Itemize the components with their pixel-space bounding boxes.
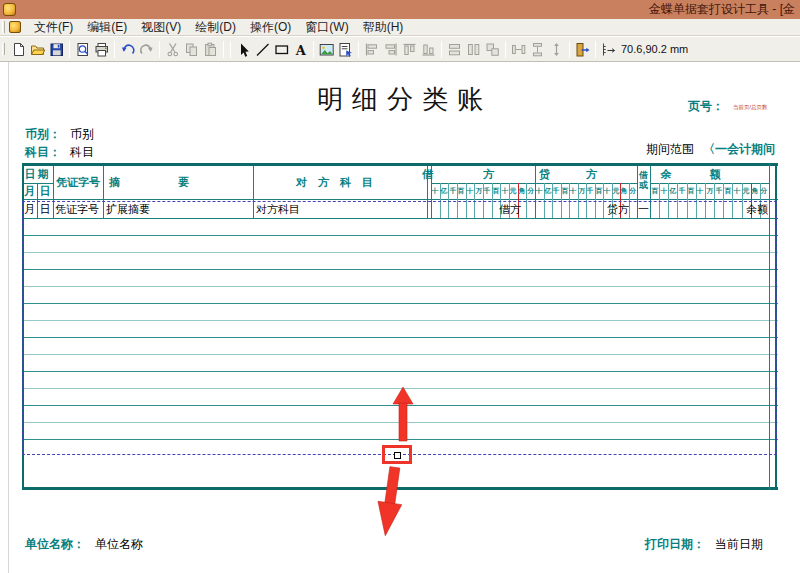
period-field[interactable]: 期间范围 〈一会计期间 bbox=[646, 141, 775, 158]
menu-item-help[interactable]: 帮助(H) bbox=[356, 18, 411, 37]
toolbar-open-button[interactable] bbox=[28, 39, 47, 59]
print-date-label: 打印日期： bbox=[645, 536, 705, 553]
digit-header-label: 万 bbox=[578, 186, 585, 196]
header-balance[interactable]: 余额 bbox=[650, 166, 769, 183]
digit-header-label: 千 bbox=[484, 186, 491, 196]
save-icon bbox=[49, 42, 64, 57]
header-credit[interactable]: 贷方 bbox=[535, 166, 637, 183]
header-voucher-no[interactable]: 凭证字号 bbox=[53, 166, 103, 199]
digit-header-balance-3: 千 bbox=[677, 183, 686, 199]
toolbar-equal-h-spacing-button bbox=[509, 39, 528, 59]
design-canvas[interactable]: 明细分类账 页号： 当前页/总页数 币别： 币别 科目： 科目 期间范围 〈一会… bbox=[0, 62, 800, 573]
digit-header-balance-0: 百 bbox=[650, 183, 659, 199]
digit-header-label: 十 bbox=[432, 186, 439, 196]
digit-header-label: 千 bbox=[553, 186, 560, 196]
header-date[interactable]: 日期 bbox=[22, 166, 53, 183]
toolbar-save-button[interactable] bbox=[47, 39, 66, 59]
toolbar-items: A70.6,90.2 mm bbox=[9, 39, 688, 59]
annotation-arrow-up bbox=[393, 387, 413, 441]
toolbar-coordinates-button[interactable] bbox=[599, 39, 618, 59]
print-date-field[interactable]: 打印日期： 当前日期 bbox=[645, 536, 763, 553]
digit-header-credit-6: 千 bbox=[586, 183, 595, 199]
print-date-value[interactable]: 当前日期 bbox=[715, 536, 763, 553]
toolbar-separator bbox=[441, 41, 442, 58]
page-number-formula: 当前页/总页数 bbox=[733, 103, 768, 111]
image-icon bbox=[319, 42, 334, 57]
toolbar-same-width-button bbox=[445, 39, 464, 59]
toolbar-separator bbox=[114, 41, 115, 58]
toolbar-undo-button[interactable] bbox=[118, 39, 137, 59]
unit-name-field[interactable]: 单位名称： 单位名称 bbox=[25, 536, 143, 553]
header-debit[interactable]: 借方 bbox=[431, 166, 535, 183]
toolbar-rectangle-button[interactable] bbox=[272, 39, 291, 59]
toolbar-paste-button bbox=[201, 39, 220, 59]
header-month[interactable]: 月 bbox=[22, 183, 37, 199]
menu-item-operate[interactable]: 操作(O) bbox=[243, 18, 298, 37]
toolbar-text-button[interactable]: A bbox=[291, 39, 310, 59]
page-number-field[interactable]: 页号： 当前页/总页数 bbox=[688, 98, 796, 115]
subject-field[interactable]: 科目： 科目 bbox=[25, 144, 94, 161]
toolbar-new-button[interactable] bbox=[9, 39, 28, 59]
app-window: 金蝶单据套打设计工具 - [金 文件(F)编辑(E)视图(V)绘制(D)操作(O… bbox=[0, 0, 800, 573]
period-value[interactable]: 〈一会计期间 bbox=[703, 141, 775, 158]
ledger-title[interactable]: 明细分类账 bbox=[0, 82, 800, 117]
menubar: 文件(F)编辑(E)视图(V)绘制(D)操作(O)窗口(W)帮助(H) bbox=[0, 19, 800, 36]
menu-item-file[interactable]: 文件(F) bbox=[27, 18, 80, 37]
digit-header-label: 分 bbox=[629, 186, 636, 196]
text-icon: A bbox=[293, 42, 308, 57]
annotation-arrow-down bbox=[373, 466, 406, 538]
menu-item-view[interactable]: 视图(V) bbox=[134, 18, 188, 37]
header-summary[interactable]: 摘要 bbox=[103, 166, 253, 199]
app-logo-icon bbox=[3, 3, 16, 16]
digit-header-credit-5: 万 bbox=[578, 183, 587, 199]
fit-size-icon bbox=[549, 42, 564, 57]
menu-item-window[interactable]: 窗口(W) bbox=[298, 18, 355, 37]
toolbar: A70.6,90.2 mm bbox=[0, 37, 800, 62]
menu-item-draw[interactable]: 绘制(D) bbox=[188, 18, 243, 37]
digit-header-label: 元 bbox=[612, 186, 619, 196]
toolbar-print-preview-button[interactable] bbox=[73, 39, 92, 59]
toolbar-separator bbox=[159, 41, 160, 58]
digit-header-debit-5: 万 bbox=[474, 183, 483, 199]
digit-header-label: 分 bbox=[761, 186, 768, 196]
unit-name-label: 单位名称： bbox=[25, 536, 85, 553]
menu-item-edit[interactable]: 编辑(E) bbox=[80, 18, 134, 37]
digit-header-label: 亿 bbox=[441, 186, 448, 196]
align-left-icon bbox=[364, 42, 379, 57]
digit-header-label: 角 bbox=[752, 186, 759, 196]
subject-value[interactable]: 科目 bbox=[70, 144, 94, 161]
digit-header-credit-2: 千 bbox=[552, 183, 561, 199]
digit-header-credit-8: 十 bbox=[603, 183, 612, 199]
toolbar-properties-button[interactable] bbox=[336, 39, 355, 59]
equal-h-spacing-icon bbox=[511, 42, 526, 57]
currency-field[interactable]: 币别： 币别 bbox=[25, 126, 94, 143]
toolbar-select-button[interactable] bbox=[234, 39, 253, 59]
properties-icon bbox=[338, 42, 353, 57]
toolbar-fit-size-button bbox=[547, 39, 566, 59]
digit-header-label: 百 bbox=[651, 186, 658, 196]
toolbar-line-button[interactable] bbox=[253, 39, 272, 59]
toolbar-exit-button[interactable] bbox=[573, 39, 592, 59]
toolbar-align-left-button bbox=[362, 39, 381, 59]
toolbar-separator bbox=[69, 41, 70, 58]
digit-header-label: 亿 bbox=[544, 186, 551, 196]
toolbar-grip-handle[interactable] bbox=[2, 43, 5, 55]
digit-header-balance-5: 十 bbox=[696, 183, 705, 199]
digit-header-label: 十 bbox=[570, 186, 577, 196]
digit-header-debit-3: 百 bbox=[457, 183, 466, 199]
header-counter-subject[interactable]: 对方科目 bbox=[253, 166, 427, 199]
digit-header-credit-4: 十 bbox=[569, 183, 578, 199]
toolbar-print-button[interactable] bbox=[92, 39, 111, 59]
unit-name-value[interactable]: 单位名称 bbox=[95, 536, 143, 553]
header-day[interactable]: 日 bbox=[37, 183, 53, 199]
digit-header-balance-7: 千 bbox=[714, 183, 723, 199]
header-direction[interactable]: 借或 bbox=[637, 170, 650, 190]
digit-header-label: 百 bbox=[688, 186, 695, 196]
open-icon bbox=[30, 42, 45, 57]
currency-value[interactable]: 币别 bbox=[70, 126, 94, 143]
menubar-grip-handle[interactable] bbox=[2, 21, 5, 33]
document-menu-icon[interactable] bbox=[9, 21, 21, 33]
digit-header-label: 元 bbox=[743, 186, 750, 196]
toolbar-image-button[interactable] bbox=[317, 39, 336, 59]
digit-header-label: 百 bbox=[724, 186, 731, 196]
